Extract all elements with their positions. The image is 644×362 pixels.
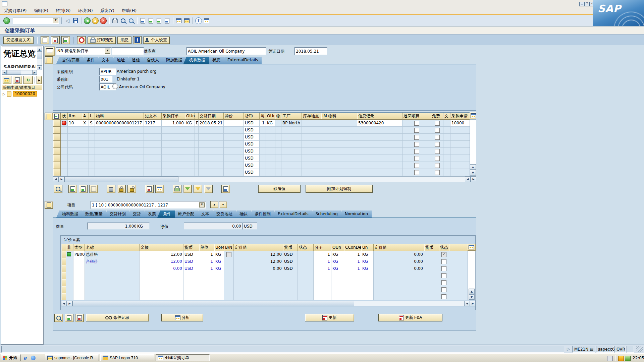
- row-selector[interactable]: [53, 134, 61, 141]
- cell-material[interactable]: 000000000000001217: [95, 120, 144, 127]
- cell-currency[interactable]: USD: [183, 265, 199, 272]
- new-session-icon[interactable]: [175, 17, 183, 24]
- table-settings-cell[interactable]: [470, 112, 476, 119]
- tab-delivery-address[interactable]: 交货地址: [211, 210, 236, 218]
- cancel-button[interactable]: ✕: [99, 17, 107, 24]
- row-selector[interactable]: [53, 169, 61, 176]
- cell-short-text[interactable]: 1217: [144, 120, 162, 127]
- tab-communication[interactable]: 通信: [126, 57, 144, 64]
- row-selector[interactable]: [53, 127, 61, 134]
- bn-checkbox[interactable]: [226, 252, 231, 257]
- row-selector[interactable]: [61, 251, 66, 258]
- free-checkbox[interactable]: [435, 128, 440, 133]
- cart-icon[interactable]: [45, 47, 55, 56]
- col-header[interactable]: 定价值: [234, 244, 283, 251]
- row-selector[interactable]: [53, 155, 61, 162]
- analysis-button[interactable]: 分析: [161, 314, 203, 321]
- scroll-thumb[interactable]: [7, 70, 21, 75]
- tab-address[interactable]: 地址: [111, 57, 128, 64]
- returns-checkbox[interactable]: [414, 128, 419, 133]
- scroll-down-icon[interactable]: ▼: [469, 294, 475, 300]
- tab-conditions[interactable]: 条件: [81, 57, 98, 64]
- transaction-field[interactable]: ME21N▤: [572, 346, 595, 353]
- row-selector[interactable]: [61, 258, 66, 265]
- scroll-up-icon[interactable]: ▲: [37, 47, 42, 52]
- exit-button[interactable]: ▲: [91, 17, 99, 24]
- scroll-right-icon[interactable]: ▶: [470, 301, 476, 306]
- returns-checkbox[interactable]: [414, 121, 419, 126]
- tab-texts[interactable]: 文本: [196, 210, 213, 218]
- net-value-unit-field[interactable]: USD: [243, 223, 257, 230]
- col-header[interactable]: 交货日期: [199, 113, 224, 120]
- tab-account-assignment[interactable]: 帐户分配: [172, 210, 198, 218]
- free-checkbox[interactable]: [435, 121, 440, 126]
- quantity-unit-field[interactable]: KG: [136, 223, 150, 230]
- status-checkbox[interactable]: [441, 280, 446, 285]
- dropdown-icon[interactable]: ▼: [105, 49, 110, 54]
- tab-external-details[interactable]: ExternalDetails: [222, 57, 262, 64]
- col-header[interactable]: OUn: [185, 113, 195, 120]
- collapse-header-icon[interactable]: [45, 56, 53, 64]
- tab-org-data[interactable]: 机构数据: [183, 57, 209, 64]
- col-header[interactable]: B/N: [224, 244, 234, 251]
- scroll-down-icon[interactable]: ▼: [470, 170, 476, 175]
- cell-cc-un[interactable]: KG: [361, 258, 374, 265]
- cell-currency[interactable]: USD: [244, 169, 260, 176]
- free-checkbox[interactable]: [435, 156, 440, 161]
- scroll-thumb[interactable]: [64, 176, 178, 182]
- doc-overview-toggle-button[interactable]: 凭证概览关闭: [3, 37, 34, 44]
- sap-tray-icon[interactable]: [618, 356, 624, 361]
- print-preview-button[interactable]: 打印预览: [88, 37, 116, 44]
- col-header[interactable]: 类型: [73, 244, 85, 251]
- find-button[interactable]: [119, 17, 127, 24]
- scroll-left-icon[interactable]: ◀: [464, 301, 470, 306]
- default-values-button[interactable]: 缺省值: [258, 185, 301, 193]
- cell-numerator[interactable]: 1: [314, 265, 331, 272]
- cell-num-un[interactable]: KG: [331, 265, 344, 272]
- cell-currency[interactable]: USD: [244, 148, 260, 155]
- customize-layout-icon[interactable]: [203, 17, 211, 24]
- col-header[interactable]: 物: [275, 113, 281, 120]
- help-button[interactable]: ?: [195, 17, 203, 24]
- dropdown-icon[interactable]: ▼: [199, 202, 205, 207]
- cell-storage-loc[interactable]: [302, 120, 321, 127]
- row-selector[interactable]: [53, 120, 61, 127]
- scroll-thumb[interactable]: [37, 52, 42, 59]
- item-detail-icon[interactable]: [68, 185, 77, 193]
- col-header[interactable]: 货币: [183, 244, 199, 251]
- status-checkbox[interactable]: [441, 287, 446, 292]
- tab-texts[interactable]: 文本: [96, 57, 113, 64]
- col-header[interactable]: 文: [443, 113, 450, 120]
- print-icon[interactable]: [173, 185, 181, 193]
- tab-delivery-invoice[interactable]: 交付/开票: [56, 57, 83, 64]
- unlock-icon[interactable]: [127, 185, 136, 193]
- returns-checkbox[interactable]: [414, 149, 419, 154]
- start-button[interactable]: 开始: [1, 354, 21, 361]
- row-selector[interactable]: [53, 148, 61, 155]
- col-header[interactable]: 退回项目: [402, 113, 431, 120]
- order-number-field[interactable]: [112, 47, 144, 55]
- cell-i[interactable]: S: [89, 120, 95, 127]
- cell-currency[interactable]: USD: [244, 120, 260, 127]
- col-header[interactable]: 金额: [140, 244, 183, 251]
- table-settings-cell[interactable]: [468, 244, 476, 251]
- cell-uom[interactable]: KG: [214, 258, 224, 265]
- menu-edit[interactable]: 编辑(E): [34, 8, 48, 14]
- menu-goto[interactable]: 转到(G): [56, 8, 70, 14]
- copy-document-icon[interactable]: [51, 36, 60, 44]
- free-checkbox[interactable]: [435, 135, 440, 140]
- free-checkbox[interactable]: [435, 163, 440, 168]
- cell-num-un[interactable]: KG: [331, 258, 344, 265]
- menu-environment[interactable]: 环境(N): [78, 8, 93, 14]
- quantity-field[interactable]: 1.000: [87, 223, 138, 230]
- find-icon[interactable]: [54, 314, 63, 322]
- create-shortcut-icon[interactable]: [183, 17, 191, 24]
- task-create-po[interactable]: 创建采购订单: [156, 354, 210, 361]
- tab-delivery[interactable]: 交货: [127, 210, 145, 218]
- cell-per[interactable]: 1: [199, 265, 214, 272]
- first-page-icon[interactable]: [139, 17, 147, 24]
- copy-overview-icon[interactable]: [13, 76, 22, 84]
- status-checkbox[interactable]: [441, 259, 446, 264]
- scroll-right-icon[interactable]: ▶: [471, 176, 476, 182]
- next-item-button[interactable]: ▼: [219, 201, 227, 208]
